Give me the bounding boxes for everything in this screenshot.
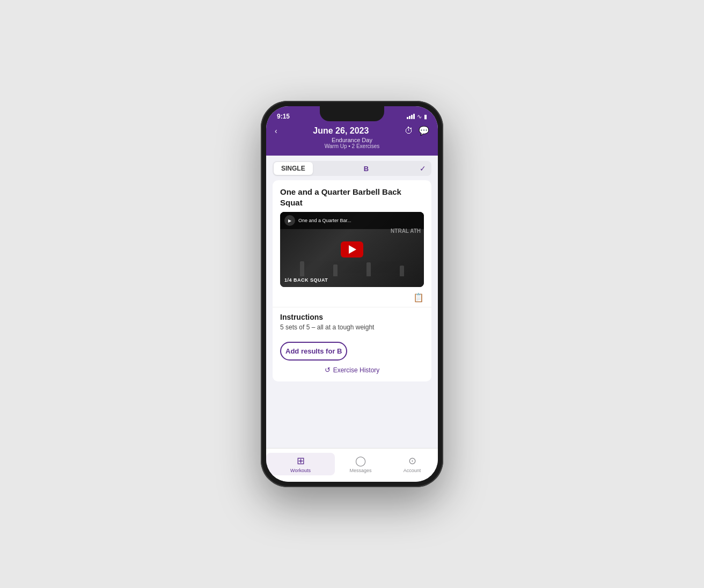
channel-icon: ▶ <box>284 215 295 226</box>
messages-icon: ◯ <box>355 455 366 467</box>
tab-account[interactable]: ⊙ Account <box>386 455 438 473</box>
account-icon: ⊙ <box>408 455 416 467</box>
phone-screen: 9:15 Search ∿ ▮ ‹ June 26, 2023 <box>266 106 438 482</box>
tab-bar: ⊞ Workouts ◯ Messages ⊙ Account <box>266 448 438 482</box>
content-area: SINGLE B ✓ One and a Quarter Barbell Bac… <box>266 156 438 448</box>
chat-icon[interactable]: 💬 <box>419 126 429 136</box>
instructions-section: Instructions 5 sets of 5 – all at a toug… <box>273 307 431 337</box>
account-label: Account <box>404 468 421 473</box>
history-icon: ↺ <box>325 366 331 374</box>
timer-icon[interactable]: ⏱ <box>405 126 413 136</box>
instructions-heading: Instructions <box>280 313 424 321</box>
wifi-icon: ∿ <box>417 113 422 120</box>
segment-single[interactable]: SINGLE <box>274 162 313 175</box>
nav-sub-detail: Warm Up • 2 Exercises <box>275 143 429 149</box>
battery-icon: ▮ <box>424 113 427 120</box>
tab-messages[interactable]: ◯ Messages <box>335 455 386 473</box>
gym-logo-text: NTRAL ATH <box>391 228 421 234</box>
signal-icon <box>407 114 415 119</box>
messages-label: Messages <box>349 468 371 473</box>
video-title-bar: ▶ One and a Quarter Bar... <box>280 212 424 229</box>
nav-title: June 26, 2023 <box>277 126 405 136</box>
segment-b[interactable]: B <box>313 165 420 173</box>
workouts-icon: ⊞ <box>297 455 305 467</box>
workouts-label: Workouts <box>290 468 311 473</box>
exercise-history-row[interactable]: ↺ Exercise History <box>273 366 431 381</box>
instructions-text: 5 sets of 5 – all at a tough weight <box>280 324 424 331</box>
video-overlay-text: 1/4 BACK SQUAT <box>284 277 328 283</box>
phone-device: 9:15 Search ∿ ▮ ‹ June 26, 2023 <box>261 101 443 487</box>
video-title-text: One and a Quarter Bar... <box>298 218 351 223</box>
notes-row: 📋 <box>273 292 431 307</box>
status-right: ∿ ▮ <box>407 113 427 120</box>
exercise-history-label[interactable]: Exercise History <box>333 366 380 374</box>
gym-scene <box>280 261 424 276</box>
nav-bar: ‹ June 26, 2023 ⏱ 💬 Endurance Day Warm U… <box>266 122 438 156</box>
segment-check-icon: ✓ <box>420 164 430 173</box>
exercise-card: One and a Quarter Barbell Back Squat ▶ O… <box>273 180 431 381</box>
exercise-title: One and a Quarter Barbell Back Squat <box>273 180 431 212</box>
nav-subtitle: Endurance Day <box>275 137 429 143</box>
video-thumbnail[interactable]: ▶ One and a Quarter Bar... NTRAL ATH <box>280 212 424 287</box>
notch <box>320 106 384 121</box>
add-results-button[interactable]: Add results for B <box>280 342 347 361</box>
status-time: 9:15 <box>277 113 290 120</box>
tab-workouts[interactable]: ⊞ Workouts <box>266 453 335 475</box>
status-left: 9:15 <box>277 113 290 120</box>
play-button[interactable] <box>341 241 363 258</box>
segment-control[interactable]: SINGLE B ✓ <box>273 161 431 176</box>
notes-icon[interactable]: 📋 <box>413 292 424 303</box>
